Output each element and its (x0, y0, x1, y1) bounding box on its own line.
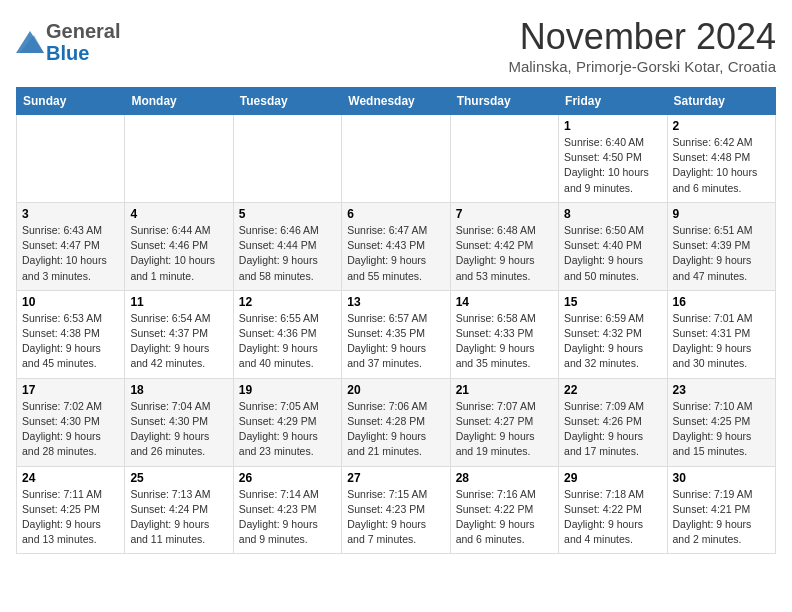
day-cell (125, 115, 233, 203)
day-number: 29 (564, 471, 661, 485)
day-info: Sunrise: 7:06 AM Sunset: 4:28 PM Dayligh… (347, 399, 444, 460)
day-info: Sunrise: 7:16 AM Sunset: 4:22 PM Dayligh… (456, 487, 553, 548)
day-cell: 4Sunrise: 6:44 AM Sunset: 4:46 PM Daylig… (125, 202, 233, 290)
day-cell: 15Sunrise: 6:59 AM Sunset: 4:32 PM Dayli… (559, 290, 667, 378)
day-number: 2 (673, 119, 770, 133)
day-info: Sunrise: 6:46 AM Sunset: 4:44 PM Dayligh… (239, 223, 336, 284)
header: General Blue November 2024 Malinska, Pri… (16, 16, 776, 75)
location-subtitle: Malinska, Primorje-Gorski Kotar, Croatia (508, 58, 776, 75)
day-number: 28 (456, 471, 553, 485)
day-cell: 22Sunrise: 7:09 AM Sunset: 4:26 PM Dayli… (559, 378, 667, 466)
col-header-wednesday: Wednesday (342, 88, 450, 115)
day-info: Sunrise: 6:51 AM Sunset: 4:39 PM Dayligh… (673, 223, 770, 284)
day-cell: 7Sunrise: 6:48 AM Sunset: 4:42 PM Daylig… (450, 202, 558, 290)
logo-blue-text: Blue (46, 42, 89, 64)
day-number: 18 (130, 383, 227, 397)
day-number: 21 (456, 383, 553, 397)
day-cell: 2Sunrise: 6:42 AM Sunset: 4:48 PM Daylig… (667, 115, 775, 203)
day-info: Sunrise: 7:11 AM Sunset: 4:25 PM Dayligh… (22, 487, 119, 548)
day-number: 17 (22, 383, 119, 397)
day-info: Sunrise: 6:47 AM Sunset: 4:43 PM Dayligh… (347, 223, 444, 284)
day-number: 3 (22, 207, 119, 221)
day-number: 6 (347, 207, 444, 221)
day-cell: 11Sunrise: 6:54 AM Sunset: 4:37 PM Dayli… (125, 290, 233, 378)
day-cell: 24Sunrise: 7:11 AM Sunset: 4:25 PM Dayli… (17, 466, 125, 554)
day-info: Sunrise: 7:14 AM Sunset: 4:23 PM Dayligh… (239, 487, 336, 548)
day-cell: 10Sunrise: 6:53 AM Sunset: 4:38 PM Dayli… (17, 290, 125, 378)
week-row-4: 24Sunrise: 7:11 AM Sunset: 4:25 PM Dayli… (17, 466, 776, 554)
day-number: 12 (239, 295, 336, 309)
day-cell: 6Sunrise: 6:47 AM Sunset: 4:43 PM Daylig… (342, 202, 450, 290)
day-number: 5 (239, 207, 336, 221)
day-cell: 26Sunrise: 7:14 AM Sunset: 4:23 PM Dayli… (233, 466, 341, 554)
day-number: 19 (239, 383, 336, 397)
day-info: Sunrise: 6:58 AM Sunset: 4:33 PM Dayligh… (456, 311, 553, 372)
day-number: 27 (347, 471, 444, 485)
logo-icon (16, 31, 44, 53)
day-number: 8 (564, 207, 661, 221)
week-row-3: 17Sunrise: 7:02 AM Sunset: 4:30 PM Dayli… (17, 378, 776, 466)
day-cell: 29Sunrise: 7:18 AM Sunset: 4:22 PM Dayli… (559, 466, 667, 554)
day-number: 14 (456, 295, 553, 309)
month-title: November 2024 (508, 16, 776, 58)
day-number: 1 (564, 119, 661, 133)
day-number: 22 (564, 383, 661, 397)
day-cell: 14Sunrise: 6:58 AM Sunset: 4:33 PM Dayli… (450, 290, 558, 378)
day-cell (17, 115, 125, 203)
day-cell: 18Sunrise: 7:04 AM Sunset: 4:30 PM Dayli… (125, 378, 233, 466)
day-info: Sunrise: 7:15 AM Sunset: 4:23 PM Dayligh… (347, 487, 444, 548)
day-info: Sunrise: 6:42 AM Sunset: 4:48 PM Dayligh… (673, 135, 770, 196)
week-row-2: 10Sunrise: 6:53 AM Sunset: 4:38 PM Dayli… (17, 290, 776, 378)
day-info: Sunrise: 6:40 AM Sunset: 4:50 PM Dayligh… (564, 135, 661, 196)
day-cell (233, 115, 341, 203)
day-cell: 8Sunrise: 6:50 AM Sunset: 4:40 PM Daylig… (559, 202, 667, 290)
day-info: Sunrise: 6:59 AM Sunset: 4:32 PM Dayligh… (564, 311, 661, 372)
day-info: Sunrise: 7:07 AM Sunset: 4:27 PM Dayligh… (456, 399, 553, 460)
col-header-tuesday: Tuesday (233, 88, 341, 115)
day-number: 10 (22, 295, 119, 309)
col-header-thursday: Thursday (450, 88, 558, 115)
day-cell (342, 115, 450, 203)
day-info: Sunrise: 6:44 AM Sunset: 4:46 PM Dayligh… (130, 223, 227, 284)
day-info: Sunrise: 7:04 AM Sunset: 4:30 PM Dayligh… (130, 399, 227, 460)
day-cell: 28Sunrise: 7:16 AM Sunset: 4:22 PM Dayli… (450, 466, 558, 554)
col-header-sunday: Sunday (17, 88, 125, 115)
day-info: Sunrise: 7:01 AM Sunset: 4:31 PM Dayligh… (673, 311, 770, 372)
day-number: 4 (130, 207, 227, 221)
day-cell: 20Sunrise: 7:06 AM Sunset: 4:28 PM Dayli… (342, 378, 450, 466)
day-number: 20 (347, 383, 444, 397)
logo: General Blue (16, 20, 120, 64)
day-info: Sunrise: 7:05 AM Sunset: 4:29 PM Dayligh… (239, 399, 336, 460)
calendar-header-row: SundayMondayTuesdayWednesdayThursdayFrid… (17, 88, 776, 115)
title-area: November 2024 Malinska, Primorje-Gorski … (508, 16, 776, 75)
day-info: Sunrise: 6:43 AM Sunset: 4:47 PM Dayligh… (22, 223, 119, 284)
day-info: Sunrise: 7:19 AM Sunset: 4:21 PM Dayligh… (673, 487, 770, 548)
day-info: Sunrise: 7:13 AM Sunset: 4:24 PM Dayligh… (130, 487, 227, 548)
week-row-0: 1Sunrise: 6:40 AM Sunset: 4:50 PM Daylig… (17, 115, 776, 203)
col-header-monday: Monday (125, 88, 233, 115)
day-cell: 5Sunrise: 6:46 AM Sunset: 4:44 PM Daylig… (233, 202, 341, 290)
day-number: 23 (673, 383, 770, 397)
day-number: 7 (456, 207, 553, 221)
day-info: Sunrise: 6:53 AM Sunset: 4:38 PM Dayligh… (22, 311, 119, 372)
week-row-1: 3Sunrise: 6:43 AM Sunset: 4:47 PM Daylig… (17, 202, 776, 290)
day-cell: 12Sunrise: 6:55 AM Sunset: 4:36 PM Dayli… (233, 290, 341, 378)
day-number: 13 (347, 295, 444, 309)
col-header-saturday: Saturday (667, 88, 775, 115)
day-info: Sunrise: 7:18 AM Sunset: 4:22 PM Dayligh… (564, 487, 661, 548)
day-number: 25 (130, 471, 227, 485)
day-cell: 9Sunrise: 6:51 AM Sunset: 4:39 PM Daylig… (667, 202, 775, 290)
day-cell (450, 115, 558, 203)
day-cell: 16Sunrise: 7:01 AM Sunset: 4:31 PM Dayli… (667, 290, 775, 378)
day-info: Sunrise: 6:55 AM Sunset: 4:36 PM Dayligh… (239, 311, 336, 372)
logo-general-text: General (46, 20, 120, 42)
day-cell: 13Sunrise: 6:57 AM Sunset: 4:35 PM Dayli… (342, 290, 450, 378)
day-number: 16 (673, 295, 770, 309)
day-cell: 23Sunrise: 7:10 AM Sunset: 4:25 PM Dayli… (667, 378, 775, 466)
day-info: Sunrise: 6:50 AM Sunset: 4:40 PM Dayligh… (564, 223, 661, 284)
day-number: 15 (564, 295, 661, 309)
day-cell: 19Sunrise: 7:05 AM Sunset: 4:29 PM Dayli… (233, 378, 341, 466)
day-info: Sunrise: 6:54 AM Sunset: 4:37 PM Dayligh… (130, 311, 227, 372)
day-cell: 21Sunrise: 7:07 AM Sunset: 4:27 PM Dayli… (450, 378, 558, 466)
day-cell: 30Sunrise: 7:19 AM Sunset: 4:21 PM Dayli… (667, 466, 775, 554)
